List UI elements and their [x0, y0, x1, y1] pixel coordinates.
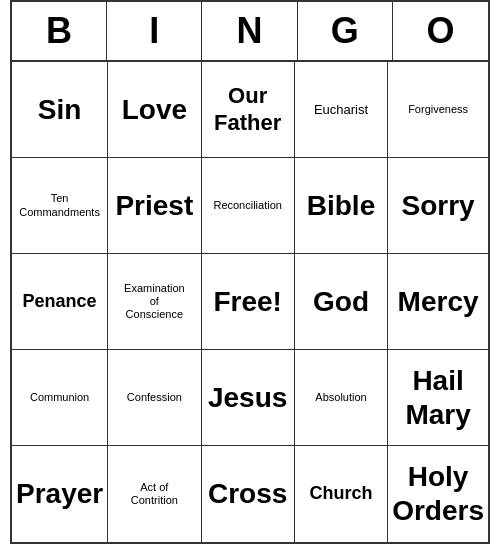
header-letter-n: N: [202, 2, 297, 60]
bingo-cell-0: Sin: [12, 62, 108, 158]
bingo-header: BINGO: [12, 2, 488, 62]
header-letter-b: B: [12, 2, 107, 60]
cell-text-23: Church: [310, 483, 373, 505]
bingo-cell-15: Communion: [12, 350, 108, 446]
cell-text-16: Confession: [127, 391, 182, 404]
bingo-cell-20: Prayer: [12, 446, 108, 542]
bingo-cell-9: Sorry: [388, 158, 488, 254]
bingo-cell-2: OurFather: [202, 62, 295, 158]
bingo-cell-24: HolyOrders: [388, 446, 488, 542]
cell-text-12: Free!: [213, 285, 281, 319]
bingo-cell-3: Eucharist: [295, 62, 388, 158]
bingo-cell-22: Cross: [202, 446, 295, 542]
cell-text-11: ExaminationofConscience: [124, 282, 185, 322]
bingo-cell-1: Love: [108, 62, 201, 158]
bingo-grid: SinLoveOurFatherEucharistForgivenessTenC…: [12, 62, 488, 542]
bingo-cell-14: Mercy: [388, 254, 488, 350]
cell-text-5: TenCommandments: [19, 192, 100, 218]
bingo-cell-23: Church: [295, 446, 388, 542]
cell-text-24: HolyOrders: [392, 460, 484, 527]
cell-text-0: Sin: [38, 93, 82, 127]
cell-text-13: God: [313, 285, 369, 319]
cell-text-10: Penance: [23, 291, 97, 313]
bingo-cell-8: Bible: [295, 158, 388, 254]
cell-text-4: Forgiveness: [408, 103, 468, 116]
bingo-cell-12: Free!: [202, 254, 295, 350]
bingo-cell-17: Jesus: [202, 350, 295, 446]
cell-text-14: Mercy: [398, 285, 479, 319]
cell-text-17: Jesus: [208, 381, 287, 415]
bingo-cell-16: Confession: [108, 350, 201, 446]
cell-text-22: Cross: [208, 477, 287, 511]
header-letter-o: O: [393, 2, 488, 60]
cell-text-9: Sorry: [402, 189, 475, 223]
header-letter-i: I: [107, 2, 202, 60]
cell-text-15: Communion: [30, 391, 89, 404]
cell-text-8: Bible: [307, 189, 375, 223]
cell-text-7: Reconciliation: [213, 199, 281, 212]
bingo-cell-5: TenCommandments: [12, 158, 108, 254]
cell-text-6: Priest: [115, 189, 193, 223]
cell-text-20: Prayer: [16, 477, 103, 511]
cell-text-1: Love: [122, 93, 187, 127]
bingo-card: BINGO SinLoveOurFatherEucharistForgivene…: [10, 0, 490, 544]
bingo-cell-6: Priest: [108, 158, 201, 254]
bingo-cell-19: HailMary: [388, 350, 488, 446]
bingo-cell-18: Absolution: [295, 350, 388, 446]
bingo-cell-7: Reconciliation: [202, 158, 295, 254]
header-letter-g: G: [298, 2, 393, 60]
bingo-cell-13: God: [295, 254, 388, 350]
cell-text-3: Eucharist: [314, 102, 368, 118]
bingo-cell-11: ExaminationofConscience: [108, 254, 201, 350]
cell-text-2: OurFather: [214, 83, 281, 136]
cell-text-18: Absolution: [315, 391, 366, 404]
bingo-cell-4: Forgiveness: [388, 62, 488, 158]
bingo-cell-21: Act ofContrition: [108, 446, 201, 542]
bingo-cell-10: Penance: [12, 254, 108, 350]
cell-text-21: Act ofContrition: [131, 481, 178, 507]
cell-text-19: HailMary: [405, 364, 470, 431]
